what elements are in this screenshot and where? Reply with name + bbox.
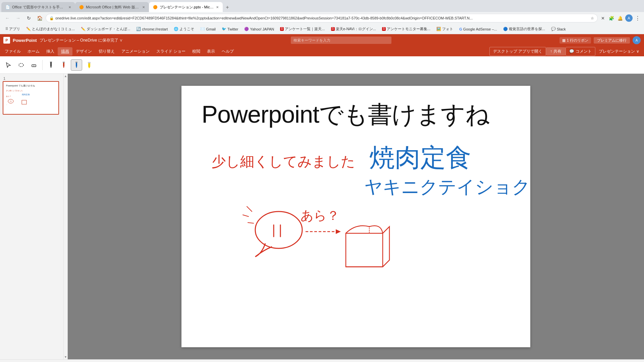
svg-text:Powerpoint でも書けますね: Powerpoint でも書けますね: [6, 84, 35, 87]
toolbar: [0, 56, 644, 74]
bookmark-dashboard[interactable]: ✏️ ダッシュボード・とんぼ...: [78, 26, 133, 32]
back-button[interactable]: ←: [3, 13, 12, 23]
reload-button[interactable]: ↻: [24, 13, 34, 23]
svg-marker-32: [336, 229, 341, 234]
tab-1[interactable]: 📄 Office で図形やテキストを手描き入... ✕: [1, 2, 75, 12]
yahoo-label: Yahoo! JAPAN: [250, 27, 274, 31]
bookmark-restart[interactable]: 🔄 chrome://restart: [133, 26, 170, 32]
address-bar[interactable]: 🔒 onedrive.live.com/edit.aspx?action=edi…: [46, 14, 598, 22]
ppt-logo-icon: P: [3, 37, 10, 44]
menu-help[interactable]: ヘルプ: [218, 47, 237, 56]
new-tab-button[interactable]: +: [223, 3, 232, 12]
bookmark-yahoo[interactable]: 🟣 Yahoo! JAPAN: [241, 26, 277, 32]
tab-1-icon: 📄: [5, 5, 10, 9]
adsense-label: Google AdSense –...: [463, 27, 497, 31]
eraser-tool[interactable]: [28, 59, 40, 71]
svg-line-34: [247, 206, 252, 212]
lasso-tool[interactable]: [15, 59, 27, 71]
bookmark-adsense[interactable]: G Google AdSense –...: [457, 26, 499, 32]
bookmark-apps[interactable]: ⠿ アプリ: [3, 26, 23, 32]
svg-text:焼肉定食: 焼肉定食: [22, 93, 30, 96]
tab-2-close[interactable]: ✕: [142, 5, 145, 9]
menu-file[interactable]: ファイル: [1, 47, 24, 56]
pen-black-tool[interactable]: [45, 59, 57, 71]
svg-text:少し細くしてみました: 少し細くしてみました: [212, 154, 355, 169]
photos-icon: 🖼️: [436, 27, 441, 31]
svg-rect-9: [76, 62, 77, 67]
svg-text:あら？: あら？: [301, 208, 339, 223]
bookmark-gmail[interactable]: ✉️ Gmail: [198, 26, 218, 32]
cursor-icon: [5, 62, 11, 68]
ppt-filename: プレゼンテーション – OneDrive に保存完了 ∨: [40, 38, 123, 43]
bookmark-tonbo[interactable]: ✏️ とんぼのまがな | コミュ...: [23, 26, 77, 32]
slide-thumbnail-container[interactable]: 1 Powerpoint でも書けますね 少し細くしてみました 焼肉定食 あら？…: [3, 76, 61, 115]
menu-design[interactable]: デザイン: [72, 47, 95, 56]
lasso-icon: [18, 62, 24, 68]
slide-panel-scrollbar[interactable]: ▲ ▼: [64, 74, 68, 359]
menu-view[interactable]: 表示: [204, 47, 218, 56]
menu-dots[interactable]: ⋮: [634, 14, 641, 22]
bookmark-language[interactable]: 🔵 複覚言語の世界を探...: [500, 26, 548, 32]
lock-icon: 🔒: [49, 16, 54, 20]
ppt-search-box[interactable]: [291, 37, 391, 44]
rakuten-survey-icon: R: [280, 27, 284, 31]
home-button[interactable]: 🏠: [35, 13, 44, 23]
highlighter-yellow-tool[interactable]: [84, 59, 95, 71]
welcome-label: ようこそ: [179, 26, 194, 32]
bookmark-welcome[interactable]: 🌐 ようこそ: [171, 26, 197, 32]
star-icon[interactable]: ☆: [591, 16, 594, 20]
rakuten-navi-label: 楽天e-NAVi：ログイン...: [336, 26, 376, 32]
svg-point-0: [19, 63, 23, 67]
user-icon[interactable]: A: [625, 14, 633, 22]
svg-text:あら？: あら？: [6, 95, 11, 97]
search-input[interactable]: [291, 37, 391, 44]
pen-red-tool[interactable]: [58, 59, 69, 71]
tab-2-icon: 🟠: [79, 5, 84, 9]
bookmark-slack[interactable]: 💬 Slack: [548, 26, 569, 32]
address-bar-row: ← → ↻ 🏠 🔒 onedrive.live.com/edit.aspx?ac…: [0, 12, 644, 24]
menu-home[interactable]: ホーム: [24, 47, 43, 56]
apps-label: アプリ: [9, 26, 20, 32]
share-button[interactable]: ↑ 共有: [546, 47, 566, 56]
bookmark-twitter[interactable]: 🐦 Twitter: [219, 26, 241, 32]
menu-draw[interactable]: 描画: [58, 47, 72, 56]
menu-review[interactable]: 校閲: [189, 47, 204, 56]
user-avatar[interactable]: A: [633, 36, 641, 44]
adsense-icon: G: [459, 27, 462, 31]
gmail-icon: ✉️: [200, 27, 205, 31]
svg-line-35: [243, 215, 249, 217]
menu-insert[interactable]: 挿入: [43, 47, 58, 56]
forward-button[interactable]: →: [13, 13, 23, 23]
extension-icon-2[interactable]: 🧩: [608, 14, 615, 22]
menu-slideshow[interactable]: スライド ショー: [153, 47, 189, 56]
pen-black-icon: [47, 61, 55, 69]
svg-marker-10: [76, 67, 77, 68]
restart-icon: 🔄: [136, 27, 141, 31]
present-button[interactable]: プレゼンテーション ∨: [595, 47, 643, 56]
premium-button[interactable]: プレミアムに移行: [594, 37, 630, 44]
bookmark-rakuten-navi[interactable]: R 楽天e-NAVi：ログイン...: [328, 26, 379, 32]
tab-3[interactable]: 🟠 プレゼンテーション.pptx - Microsoft ... ✕: [149, 2, 223, 12]
menu-transitions[interactable]: 切り替え: [95, 47, 118, 56]
ribbon-toggle[interactable]: ▦ 1 行のリボン: [559, 37, 591, 44]
ribbon-toggle-icon: ▦: [562, 38, 566, 43]
select-tool[interactable]: [3, 59, 14, 71]
bookmark-photos[interactable]: 🖼️ フォト: [434, 26, 456, 32]
bookmark-rakuten-survey[interactable]: R アンケート一覧｜楽天...: [277, 26, 327, 32]
bookmark-rakuten-monitor[interactable]: R アンケートモニター募集...: [379, 26, 433, 32]
status-bar: スライド 1/1 日本語 Office の品質向上にご協力ください 📝 ノート …: [0, 359, 644, 362]
tab-3-close[interactable]: ✕: [216, 5, 219, 9]
comment-button[interactable]: 💬 コメント: [566, 47, 595, 56]
svg-marker-4: [50, 67, 52, 68]
extension-icon-3[interactable]: 🔔: [616, 14, 624, 22]
desktop-button[interactable]: デスクトップ アプリで開く: [489, 47, 546, 56]
pen-blue-tool[interactable]: [71, 59, 82, 71]
svg-marker-13: [88, 67, 90, 68]
slack-label: Slack: [557, 27, 566, 31]
tab-1-close[interactable]: ✕: [68, 5, 71, 9]
extension-icon-1[interactable]: ✕: [599, 14, 606, 22]
svg-rect-33: [346, 233, 383, 267]
menu-animations[interactable]: アニメーション: [118, 47, 153, 56]
tool-sep-1: [42, 60, 43, 70]
tab-2[interactable]: 🟠 Microsoft Office | 無料 Web 版の... ✕: [75, 2, 149, 12]
